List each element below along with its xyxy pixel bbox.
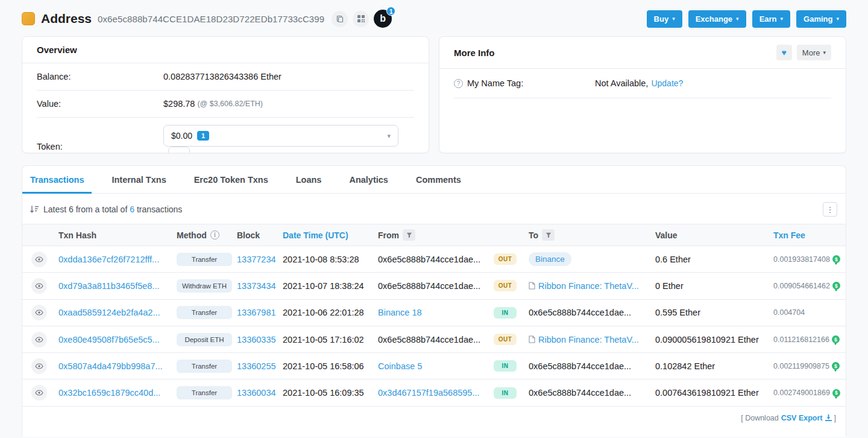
txn-hash-link[interactable]: 0xe80e49508f7b65e5c5... xyxy=(58,335,168,344)
to-address[interactable]: Ribbon Finance: ThetaV... xyxy=(538,335,639,344)
earn-button[interactable]: Earn▾ xyxy=(752,10,790,28)
block-link[interactable]: 13360034 xyxy=(237,388,283,398)
block-link[interactable]: 13367981 xyxy=(237,308,283,317)
from-address[interactable]: 0x3d467157f19a568595... xyxy=(378,388,480,398)
from-address[interactable]: Binance 18 xyxy=(378,308,422,317)
contract-icon xyxy=(529,335,535,343)
eye-preview-button[interactable] xyxy=(31,358,47,374)
tx-table-body: 0xdda136e7cf26f7212fff... Transfer 13377… xyxy=(22,246,846,407)
to-address: 0x6e5c888b744cce1dae... xyxy=(529,361,631,371)
balance-label: Balance: xyxy=(37,72,163,81)
chevron-down-icon: ▾ xyxy=(836,16,839,22)
col-txn-fee[interactable]: Txn Fee xyxy=(766,230,838,240)
value-cell: 0.007643619810921 Ether xyxy=(655,388,766,398)
to-address: 0x6e5c888b744cce1dae... xyxy=(529,388,631,398)
more-info-title: More Info xyxy=(454,48,495,58)
from-filter-button[interactable] xyxy=(403,229,415,241)
buy-button[interactable]: Buy▾ xyxy=(647,10,682,28)
favorite-button[interactable]: ♥ xyxy=(776,45,792,60)
sort-icon xyxy=(30,205,39,214)
value-row: Value: $298.78 (@ $3,606.82/ETH) xyxy=(22,90,429,117)
table-options-button[interactable]: ⋮ xyxy=(823,202,837,217)
tab-comments[interactable]: Comments xyxy=(408,166,469,194)
table-footer: [ Download CSV Export ] xyxy=(22,407,846,422)
eye-preview-button[interactable] xyxy=(31,385,47,401)
eye-icon xyxy=(35,363,43,369)
eye-preview-button[interactable] xyxy=(31,332,47,348)
to-address[interactable]: Ribbon Finance: ThetaV... xyxy=(538,281,639,291)
total-count-link[interactable]: 6 xyxy=(130,205,134,214)
from-address[interactable]: Coinbase 5 xyxy=(378,361,422,371)
tab-analytics[interactable]: Analytics xyxy=(341,166,395,194)
chat-notification-badge: 1 xyxy=(386,7,395,16)
block-link[interactable]: 13360335 xyxy=(237,335,283,344)
date-time: 2021-10-07 18:38:24 xyxy=(283,281,378,291)
token-label: Token: xyxy=(37,142,163,151)
transactions-summary: Latest 6 from a total of 6 transactions xyxy=(43,205,182,214)
direction-badge: OUT xyxy=(494,334,517,345)
copy-address-button[interactable] xyxy=(332,11,348,27)
heart-icon: ♥ xyxy=(782,48,787,57)
gas-price-icon: $ xyxy=(832,362,840,370)
gaming-button[interactable]: Gaming▾ xyxy=(796,10,846,28)
from-address: 0x6e5c888b744cce1dae... xyxy=(378,281,480,291)
blockscan-chat-button[interactable]: b 1 xyxy=(374,10,392,28)
block-link[interactable]: 13360255 xyxy=(237,361,283,371)
col-to: To xyxy=(529,229,655,241)
block-link[interactable]: 13373434 xyxy=(237,281,283,291)
info-icon[interactable]: i xyxy=(210,230,219,240)
method-badge: Transfer xyxy=(177,253,232,266)
blockscan-chat-letter: b xyxy=(380,13,386,24)
eye-preview-button[interactable] xyxy=(31,252,47,267)
summary-row: Latest 6 from a total of 6 transactions … xyxy=(22,194,846,224)
value-amount: $298.78 xyxy=(163,99,195,109)
eye-preview-button[interactable] xyxy=(31,305,47,320)
col-from: From xyxy=(378,229,494,241)
wallet-button[interactable] xyxy=(168,147,190,153)
txn-hash-link[interactable]: 0xaad5859124eb2fa4a2... xyxy=(58,308,168,317)
eye-preview-button[interactable] xyxy=(31,278,47,294)
gas-price-icon: $ xyxy=(832,335,840,343)
chevron-down-icon: ▾ xyxy=(736,16,739,22)
to-filter-button[interactable] xyxy=(542,229,555,241)
qr-code-button[interactable] xyxy=(353,11,369,27)
token-dropdown[interactable]: $0.00 1 ▾ xyxy=(163,125,398,147)
txn-fee: 0.004704 xyxy=(773,308,805,317)
table-row: 0xd79a3a811b3465f5e8... Withdraw ETH 133… xyxy=(22,273,846,299)
txn-hash-link[interactable]: 0x5807a4da479bb998a7... xyxy=(58,361,168,371)
direction-badge: IN xyxy=(494,307,517,319)
value-cell: 0.595 Ether xyxy=(655,308,766,317)
filter-icon xyxy=(546,232,552,238)
eye-icon xyxy=(35,283,43,289)
tab-internal-txns[interactable]: Internal Txns xyxy=(104,166,174,194)
exchange-button[interactable]: Exchange▾ xyxy=(688,10,746,28)
page-title: Address xyxy=(41,11,92,26)
chevron-down-icon: ▾ xyxy=(387,133,391,139)
balance-row: Balance: 0.082837713826343386 Ether xyxy=(22,63,429,90)
date-time: 2021-10-06 22:01:28 xyxy=(283,308,378,317)
csv-export-link[interactable]: CSV Export xyxy=(781,414,832,422)
tab-loans[interactable]: Loans xyxy=(288,166,330,194)
gas-price-icon: $ xyxy=(832,255,840,263)
col-txn-hash: Txn Hash xyxy=(58,230,168,240)
method-badge: Transfer xyxy=(177,360,232,373)
help-icon: ? xyxy=(454,79,463,88)
tab-bar: Transactions Internal Txns Erc20 Token T… xyxy=(22,166,846,194)
value-label: Value: xyxy=(37,99,163,109)
txn-fee: 0.001933817408 xyxy=(773,255,830,264)
block-link[interactable]: 13377234 xyxy=(237,255,283,264)
tab-transactions[interactable]: Transactions xyxy=(22,166,92,194)
to-address[interactable]: Binance xyxy=(529,252,571,266)
download-icon xyxy=(825,414,832,421)
contract-icon xyxy=(529,282,535,290)
copy-icon xyxy=(336,15,344,23)
balance-value: 0.082837713826343386 Ether xyxy=(163,72,281,81)
more-dropdown-button[interactable]: More▾ xyxy=(797,45,831,60)
filter-icon xyxy=(406,232,412,238)
txn-hash-link[interactable]: 0xd79a3a811b3465f5e8... xyxy=(58,281,168,291)
txn-hash-link[interactable]: 0xdda136e7cf26f7212fff... xyxy=(58,255,168,264)
txn-hash-link[interactable]: 0x32bc1659c1879cc40d... xyxy=(58,388,168,398)
col-date-time[interactable]: Date Time (UTC) xyxy=(283,230,378,240)
update-name-tag-link[interactable]: Update? xyxy=(651,78,683,88)
tab-erc20-token-txns[interactable]: Erc20 Token Txns xyxy=(186,166,276,194)
